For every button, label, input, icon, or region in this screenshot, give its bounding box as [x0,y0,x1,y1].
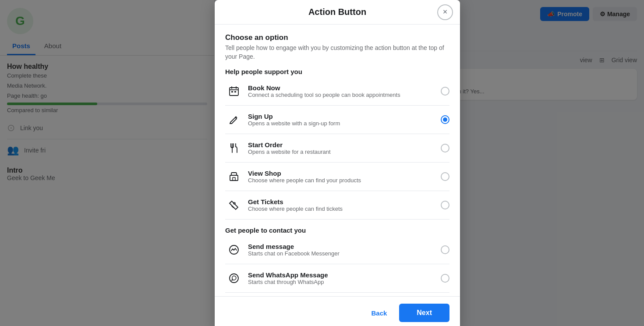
send-message-name: Send message [248,243,435,250]
get-tickets-radio[interactable] [441,201,449,209]
next-button[interactable]: Next [399,304,449,322]
send-whatsapp-desc: Starts chat through WhatsApp [248,279,435,285]
svg-rect-9 [233,177,235,181]
start-order-icon-wrap [225,139,243,157]
svg-point-13 [230,274,238,283]
view-shop-desc: Choose where people can find your produc… [248,177,435,184]
pencil-icon [228,114,240,125]
send-whatsapp-text: Send WhatsApp Message Starts chat throug… [248,271,435,285]
option-call-now[interactable]: Call Now Starts a phone call [225,293,449,296]
book-now-name: Book Now [248,84,435,92]
send-whatsapp-name: Send WhatsApp Message [248,271,435,279]
start-order-desc: Opens a website for a restaurant [248,149,435,155]
start-order-radio[interactable] [441,144,449,152]
get-tickets-name: Get Tickets [248,198,435,206]
get-tickets-text: Get Tickets Choose where people can find… [248,198,435,212]
sign-up-name: Sign Up [248,113,435,120]
option-send-whatsapp[interactable]: Send WhatsApp Message Starts chat throug… [225,264,449,293]
option-send-message[interactable]: Send message Starts chat on Facebook Mes… [225,236,449,264]
start-order-name: Start Order [248,141,435,149]
modal-title: Action Button [308,7,366,17]
calendar-icon [228,85,240,97]
send-message-radio[interactable] [441,245,449,254]
back-button[interactable]: Back [364,305,394,321]
book-now-desc: Connect a scheduling tool so people can … [248,92,435,98]
svg-rect-0 [230,88,238,96]
svg-rect-5 [234,91,236,92]
sign-up-radio[interactable] [441,115,449,124]
sign-up-desc: Opens a website with a sign-up form [248,120,435,127]
get-tickets-desc: Choose where people can find tickets [248,206,435,212]
send-message-icon-wrap [225,241,243,259]
modal-body: Choose an option Tell people how to enga… [215,25,460,296]
fork-knife-icon [228,142,240,154]
svg-rect-8 [230,175,238,181]
close-button[interactable]: × [437,4,453,20]
sign-up-icon-wrap [225,111,243,128]
book-now-text: Book Now Connect a scheduling tool so pe… [248,84,435,98]
send-message-desc: Starts chat on Facebook Messenger [248,250,435,257]
modal-header: Action Button × [215,0,460,25]
view-shop-name: View Shop [248,170,435,177]
view-shop-text: View Shop Choose where people can find y… [248,170,435,184]
ticket-icon [228,199,240,211]
action-button-modal: Action Button × Choose an option Tell pe… [215,0,460,326]
choose-option-title: Choose an option [225,33,449,42]
group1-label: Help people support you [225,68,449,75]
sign-up-text: Sign Up Opens a website with a sign-up f… [248,113,435,127]
svg-rect-4 [231,91,233,92]
get-tickets-icon-wrap [225,196,243,214]
whatsapp-icon [228,273,240,284]
view-shop-radio[interactable] [441,172,449,181]
send-whatsapp-icon-wrap [225,269,243,287]
option-book-now[interactable]: Book Now Connect a scheduling tool so pe… [225,77,449,106]
option-get-tickets[interactable]: Get Tickets Choose where people can find… [225,191,449,220]
option-start-order[interactable]: Start Order Opens a website for a restau… [225,134,449,163]
shop-icon [228,171,240,182]
modal-footer: Back Next [215,296,460,326]
option-sign-up[interactable]: Sign Up Opens a website with a sign-up f… [225,106,449,134]
book-now-radio[interactable] [441,87,449,96]
messenger-icon [228,244,240,255]
book-now-icon-wrap [225,82,243,100]
group2-label: Get people to contact you [225,227,449,234]
send-message-text: Send message Starts chat on Facebook Mes… [248,243,435,257]
start-order-text: Start Order Opens a website for a restau… [248,141,435,155]
option-view-shop[interactable]: View Shop Choose where people can find y… [225,163,449,191]
view-shop-icon-wrap [225,168,243,185]
close-icon: × [443,7,448,17]
send-whatsapp-radio[interactable] [441,274,449,283]
modal-description: Tell people how to engage with you by cu… [225,44,449,61]
